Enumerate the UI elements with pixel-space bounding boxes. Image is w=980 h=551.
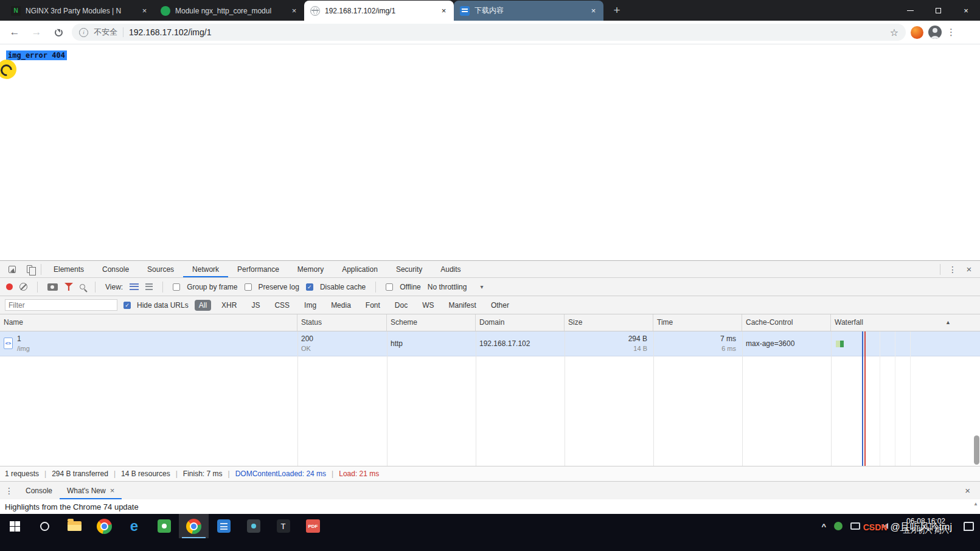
chrome-icon [186, 519, 201, 534]
disable-cache-label: Disable cache [320, 283, 366, 291]
column-header-name[interactable]: Name [0, 314, 297, 331]
network-request-row[interactable]: <> 1 /img 200 OK http 192.168.17.102 294… [0, 331, 980, 356]
column-header-status[interactable]: Status [297, 314, 387, 331]
tray-expand-icon[interactable]: ^ [821, 522, 826, 531]
column-header-waterfall[interactable]: Waterfall ▲ [831, 314, 980, 331]
drawer-tab-console[interactable]: Console [18, 482, 60, 499]
preserve-log-checkbox[interactable] [245, 283, 252, 291]
offline-checkbox[interactable] [386, 283, 393, 291]
inspect-element-button[interactable] [4, 262, 21, 277]
antivirus-tray-icon[interactable] [834, 522, 843, 530]
disable-cache-checkbox[interactable]: ✓ [306, 283, 313, 291]
devtools-tab-elements[interactable]: Elements [44, 261, 93, 277]
cortana-search-button[interactable] [30, 514, 60, 538]
text-editor-button[interactable]: T [268, 514, 298, 538]
tab-close-icon[interactable]: × [439, 5, 449, 16]
action-center-icon[interactable] [964, 522, 974, 531]
display-tray-icon[interactable] [850, 522, 860, 530]
overview-view-icon[interactable] [145, 283, 153, 290]
devtools-tab-audits[interactable]: Audits [431, 261, 470, 277]
device-toolbar-button[interactable] [21, 262, 38, 277]
extension-icon[interactable] [911, 26, 923, 39]
browser-tab-downloads[interactable]: 下载内容 × [454, 1, 603, 21]
filter-type-font[interactable]: Font [361, 300, 384, 311]
security-label: 不安全 [94, 27, 117, 38]
tab-close-icon[interactable]: × [588, 5, 599, 16]
scroll-up-icon[interactable]: ▲ [973, 501, 978, 507]
divider [95, 282, 96, 293]
group-by-frame-checkbox[interactable] [173, 283, 180, 291]
cursor-highlight-icon [0, 60, 16, 79]
forward-button[interactable]: → [28, 24, 45, 41]
edge-button[interactable]: e [119, 514, 149, 538]
search-icon[interactable] [80, 284, 85, 289]
filter-type-img[interactable]: Img [300, 300, 321, 311]
record-button[interactable] [6, 283, 13, 290]
back-button[interactable]: ← [6, 24, 23, 41]
drawer-menu-icon[interactable]: ⋮ [0, 486, 18, 496]
filter-type-manifest[interactable]: Manifest [445, 300, 481, 311]
filter-type-ws[interactable]: WS [418, 300, 438, 311]
filter-type-all[interactable]: All [195, 300, 211, 311]
devtools-tab-memory[interactable]: Memory [288, 261, 333, 277]
devtools-tab-sources[interactable]: Sources [138, 261, 183, 277]
browser-tab-ngx-http-core[interactable]: Module ngx_http_core_modul × [155, 1, 304, 21]
throttling-select[interactable]: No throttling ▾ [428, 283, 484, 291]
address-bar[interactable]: i 不安全 192.168.17.102/img/1 ☆ [72, 24, 906, 41]
divider [375, 282, 376, 293]
start-button[interactable] [0, 514, 30, 538]
tab-close-icon[interactable]: × [289, 5, 299, 16]
clear-log-button[interactable] [19, 283, 27, 291]
info-icon[interactable]: i [79, 28, 88, 37]
capture-screenshots-icon[interactable] [47, 283, 58, 291]
blue-app-button[interactable] [209, 514, 238, 538]
dark-app-button[interactable] [238, 514, 268, 538]
devtools-close-icon[interactable]: × [962, 264, 976, 274]
tab-close-icon[interactable]: × [139, 5, 150, 16]
list-view-icon[interactable] [130, 283, 139, 290]
green-app-button[interactable] [149, 514, 179, 538]
hide-data-urls-checkbox[interactable]: ✓ [123, 302, 131, 309]
file-explorer-button[interactable] [60, 514, 89, 538]
chrome-pinned-button[interactable] [89, 514, 119, 538]
filter-type-doc[interactable]: Doc [391, 300, 412, 311]
inspect-icon [9, 266, 16, 273]
filter-type-js[interactable]: JS [247, 300, 264, 311]
browser-tab-nginx-modules[interactable]: N NGINX 3rd Party Modules | N × [5, 1, 155, 21]
chrome-active-button[interactable] [179, 514, 209, 538]
devtools-tab-performance[interactable]: Performance [228, 261, 288, 277]
column-header-cache-control[interactable]: Cache-Control [742, 314, 831, 331]
column-header-size[interactable]: Size [565, 314, 653, 331]
window-minimize-button[interactable] [896, 0, 924, 21]
devtools-menu-icon[interactable]: ⋮ [946, 265, 959, 274]
window-maximize-button[interactable] [924, 0, 952, 21]
column-header-time[interactable]: Time [653, 314, 742, 331]
window-close-button[interactable]: × [952, 0, 980, 21]
filter-input[interactable] [5, 299, 117, 311]
drawer-close-icon[interactable]: × [965, 485, 980, 496]
devtools-tab-security[interactable]: Security [387, 261, 431, 277]
profile-avatar[interactable] [928, 26, 942, 39]
filter-type-xhr[interactable]: XHR [217, 300, 241, 311]
column-header-domain[interactable]: Domain [476, 314, 565, 331]
download-list-favicon [460, 6, 470, 16]
minimize-icon [907, 10, 914, 11]
whats-new-close-icon[interactable]: × [110, 486, 115, 495]
column-header-scheme[interactable]: Scheme [387, 314, 476, 331]
browser-menu-icon[interactable]: ⋮ [947, 27, 956, 38]
filter-type-css[interactable]: CSS [270, 300, 294, 311]
reload-button[interactable] [50, 24, 67, 41]
browser-tab-active-img[interactable]: 192.168.17.102/img/1 × [304, 1, 454, 21]
devtools-tab-console[interactable]: Console [93, 261, 138, 277]
url-text[interactable]: 192.168.17.102/img/1 [129, 27, 884, 37]
bookmark-star-icon[interactable]: ☆ [890, 27, 898, 38]
devtools-scrollbar-thumb[interactable] [974, 435, 979, 465]
filter-type-media[interactable]: Media [327, 300, 355, 311]
devtools-tab-network[interactable]: Network [183, 261, 228, 277]
filter-type-other[interactable]: Other [487, 300, 513, 311]
devtools-tab-application[interactable]: Application [333, 261, 387, 277]
new-tab-button[interactable]: + [608, 2, 625, 19]
filter-toggle-icon[interactable] [64, 283, 73, 291]
pdf-app-button[interactable]: PDF [298, 514, 328, 538]
drawer-tab-whats-new[interactable]: What's New × [60, 482, 122, 499]
